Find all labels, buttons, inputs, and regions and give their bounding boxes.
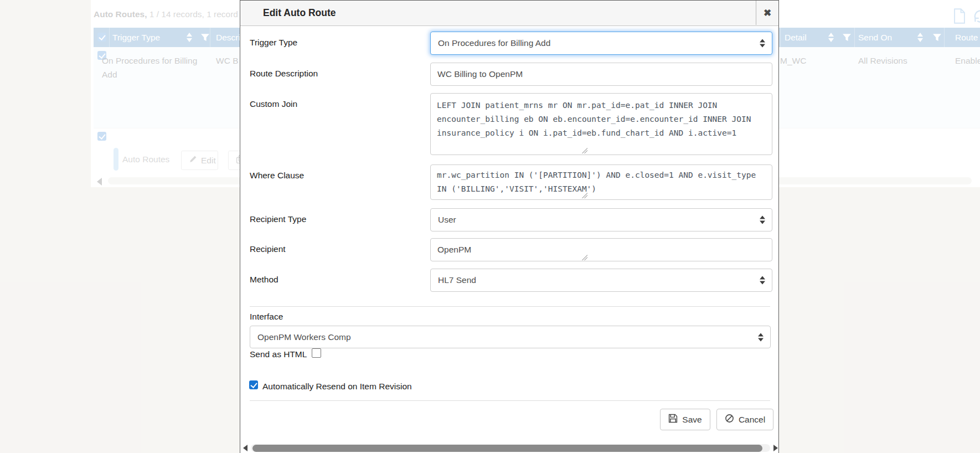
scrollbar-thumb[interactable] <box>252 445 762 452</box>
cancel-button[interactable]: Cancel <box>716 409 773 430</box>
method-label: Method <box>250 275 278 285</box>
dialog-header: Edit Auto Route ✖ <box>240 1 778 26</box>
updown-arrows-icon <box>760 276 765 285</box>
recipient-type-label: Recipient Type <box>250 214 306 224</box>
recipient-label: Recipient <box>250 244 286 254</box>
where-clause-textarea[interactable]: mr.wc_partition IN ('[PARTITION]') AND e… <box>430 164 772 200</box>
resize-handle[interactable] <box>581 254 587 260</box>
trigger-type-select[interactable]: On Procedures for Billing Add <box>430 32 772 55</box>
dialog-title: Edit Auto Route <box>263 1 336 25</box>
recipient-textarea[interactable]: OpenPM <box>430 238 772 261</box>
trigger-type-label: Trigger Type <box>250 38 297 48</box>
divider <box>250 400 770 401</box>
interface-value: OpenPM Workers Comp <box>257 332 351 342</box>
resize-handle[interactable] <box>581 147 587 153</box>
edit-auto-route-dialog: Edit Auto Route ✖ Trigger Type On Proced… <box>240 0 779 453</box>
updown-arrows-icon <box>760 39 765 48</box>
save-icon <box>668 414 678 425</box>
auto-resend-label: Automatically Resend on Item Revision <box>262 382 412 392</box>
route-description-label: Route Description <box>250 69 318 79</box>
route-description-input[interactable] <box>430 63 772 86</box>
cancel-icon <box>725 414 734 425</box>
save-button-label: Save <box>682 415 702 425</box>
send-as-html-checkbox[interactable] <box>312 348 321 358</box>
horizontal-scrollbar[interactable] <box>251 444 770 452</box>
send-as-html-label: Send as HTML <box>250 349 307 359</box>
close-icon[interactable]: ✖ <box>756 1 778 25</box>
save-button[interactable]: Save <box>660 409 710 430</box>
recipient-type-select[interactable]: User <box>430 208 772 231</box>
divider <box>250 306 770 307</box>
cancel-button-label: Cancel <box>739 415 765 425</box>
resize-handle[interactable] <box>581 192 587 198</box>
recipient-type-value: User <box>438 215 456 224</box>
scroll-right-arrow[interactable] <box>773 445 778 451</box>
custom-join-textarea[interactable]: LEFT JOIN patient_mrns mr ON mr.pat_id=e… <box>430 93 772 155</box>
interface-label: Interface <box>250 312 283 322</box>
method-select[interactable]: HL7 Send <box>430 269 772 292</box>
where-clause-label: Where Clause <box>250 171 304 181</box>
updown-arrows-icon <box>758 333 764 341</box>
interface-select[interactable]: OpenPM Workers Comp <box>250 326 771 348</box>
updown-arrows-icon <box>760 216 765 224</box>
custom-join-label: Custom Join <box>250 99 297 109</box>
trigger-type-value: On Procedures for Billing Add <box>438 38 550 48</box>
method-value: HL7 Send <box>438 275 476 285</box>
auto-resend-checkbox[interactable] <box>249 380 258 389</box>
scroll-left-arrow[interactable] <box>243 445 247 451</box>
